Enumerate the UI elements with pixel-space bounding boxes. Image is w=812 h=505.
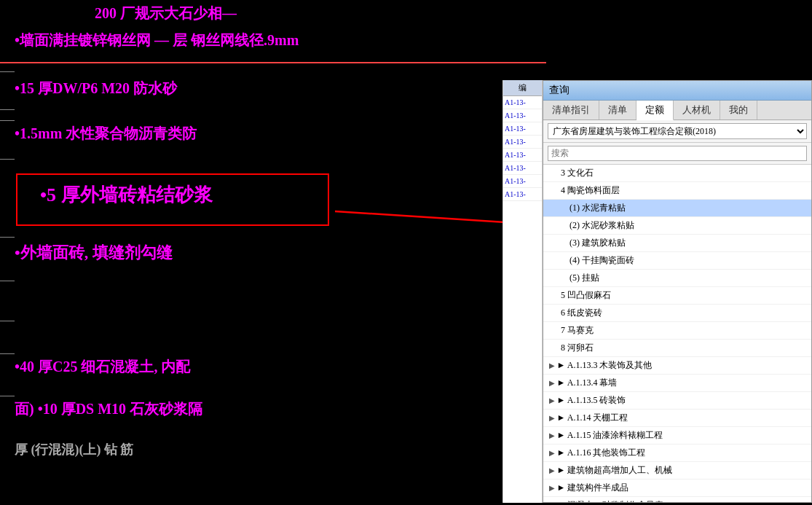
cad-dash-1 xyxy=(0,71,15,72)
cad-dash-8 xyxy=(0,353,15,354)
cad-dash-5 xyxy=(0,237,15,238)
cad-text-7: •40 厚C25 细石混凝土, 内配 xyxy=(15,357,190,377)
tree-item-chaogao[interactable]: ► 建筑物超高增加人工、机械 xyxy=(543,462,811,479)
cad-text-2: •墙面满挂镀锌钢丝网 — 层 钢丝网线径.9mm xyxy=(15,31,299,50)
tree-item-zhipici[interactable]: 6 纸皮瓷砖 xyxy=(543,305,811,322)
cad-dash-7 xyxy=(0,321,15,321)
tree-item-jianzhujiaozhantie[interactable]: (3) 建筑胶粘贴 xyxy=(543,235,811,252)
tab-qingdan[interactable]: 清单 xyxy=(599,101,636,120)
tree-item-muqiang[interactable]: ► A.1.13.4 幕墙 xyxy=(543,375,811,392)
tree-item-taoci[interactable]: 4 陶瓷饰料面层 xyxy=(543,182,811,200)
cad-drawing: 200 厂规示大石少相— •墙面满挂镀锌钢丝网 — 层 钢丝网线径.9mm •1… xyxy=(0,0,546,505)
code-cell-2: A1-13- xyxy=(503,109,542,122)
tree-item-aotu[interactable]: 5 凹凸假麻石 xyxy=(543,287,811,305)
query-panel: 查询 清单指引 清单 定额 人材机 我的 广东省房屋建筑与装饰工程综合定额(20… xyxy=(543,80,812,503)
tab-wode[interactable]: 我的 xyxy=(720,101,757,120)
cad-text-9: 厚 (行混混)(上) 钻 筋 xyxy=(15,441,133,458)
code-cell-4: A1-13- xyxy=(503,136,542,149)
quota-dropdown[interactable]: 广东省房屋建筑与装饰工程综合定额(2018) xyxy=(548,123,807,139)
cad-text-6: •外墙面砖, 填缝剂勾缝 xyxy=(15,242,173,264)
tree-item-guatie[interactable]: (5) 挂贴 xyxy=(543,270,811,287)
cad-text-5: •5 厚外墙砖粘结砂浆 xyxy=(40,182,213,208)
tree-item-mujishi[interactable]: ► A.1.13.3 木装饰及其他 xyxy=(543,357,811,375)
search-input[interactable] xyxy=(548,146,807,161)
tree-item-heyuanshi[interactable]: 8 河卵石 xyxy=(543,340,811,357)
tree-item-masaike[interactable]: 7 马赛克 xyxy=(543,322,811,340)
codes-header: 编 xyxy=(503,80,542,96)
cad-line-top xyxy=(0,62,546,63)
cad-dash-6 xyxy=(0,281,15,281)
cad-text-3: •15 厚DW/P6 M20 防水砂 xyxy=(15,79,177,98)
codes-column: 编 A1-13- A1-13- A1-13- A1-13- A1-13- A1-… xyxy=(502,80,543,503)
cad-text-1: 200 厂规示大石少相— xyxy=(95,4,237,23)
cad-text-4: •1.5mm 水性聚合物沥青类防 xyxy=(15,124,197,144)
code-cell-8: A1-13- xyxy=(503,188,542,201)
tree-item-shuinitang[interactable]: (1) 水泥青粘贴 xyxy=(543,200,811,217)
tree-item-goupj[interactable]: ► 建筑构件半成品 xyxy=(543,479,811,497)
tree-item-wenhuashi[interactable]: 3 文化石 xyxy=(543,165,811,182)
tree-item-zhuangshi[interactable]: ► A.1.13.5 砖装饰 xyxy=(543,392,811,410)
tree-item-youqi[interactable]: ► A.1.15 油漆涂料裱糊工程 xyxy=(543,427,811,445)
code-cell-6: A1-13- xyxy=(503,162,542,175)
tab-qingdan-zhiyin[interactable]: 清单指引 xyxy=(543,101,599,120)
cad-text-8: 面) •10 厚DS M10 石灰砂浆隔 xyxy=(15,399,202,419)
tree-item-gongua[interactable]: (4) 干挂陶瓷面砖 xyxy=(543,252,811,270)
tree-item-qita[interactable]: ► A.1.16 其他装饰工程 xyxy=(543,445,811,462)
code-cell-1: A1-13- xyxy=(503,96,542,109)
tab-dinee[interactable]: 定额 xyxy=(636,101,674,120)
cad-dash-4 xyxy=(0,159,15,160)
panel-title: 查询 xyxy=(543,81,811,101)
panel-tabs: 清单指引 清单 定额 人材机 我的 xyxy=(543,101,811,120)
tree-item-tianpeng[interactable]: ► A.1.14 天棚工程 xyxy=(543,410,811,427)
cad-dash-3 xyxy=(0,120,15,121)
cad-dash-9 xyxy=(0,396,15,396)
panel-search-container xyxy=(543,143,811,165)
code-cell-7: A1-13- xyxy=(503,175,542,188)
panel-tree: 3 文化石 4 陶瓷饰料面层 (1) 水泥青粘贴 (2) 水泥砂浆粘贴 (3) … xyxy=(543,165,811,502)
code-cell-3: A1-13- xyxy=(503,122,542,136)
tab-rencaiji[interactable]: 人材机 xyxy=(674,101,720,120)
cad-dash-2 xyxy=(0,109,15,110)
panel-dropdown-container: 广东省房屋建筑与装饰工程综合定额(2018) xyxy=(543,120,811,143)
code-cell-5: A1-13- xyxy=(503,149,542,162)
tree-item-shuinijiang[interactable]: (2) 水泥砂浆粘贴 xyxy=(543,217,811,235)
tree-item-hunning[interactable]: ► 混凝土、砂浆制作含量表 xyxy=(543,497,811,502)
